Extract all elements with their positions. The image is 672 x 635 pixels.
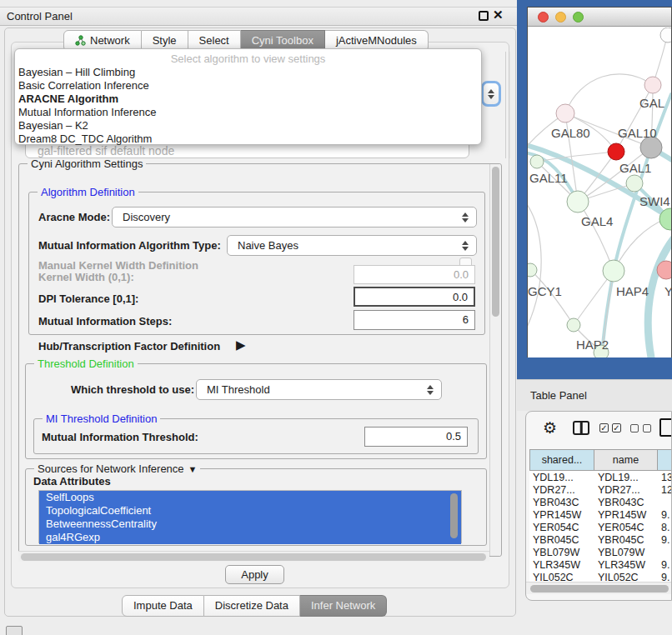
table-cell[interactable]: 12: [661, 484, 672, 496]
node-label: GAL: [639, 96, 664, 110]
close-window-icon[interactable]: [538, 12, 549, 22]
popup-item[interactable]: Bayesian – K2: [18, 119, 88, 132]
aracne-mode-combo[interactable]: Discovery: [112, 207, 477, 228]
algorithm-definition-title: Algorithm Definition: [38, 186, 138, 198]
node-selected-red[interactable]: [608, 143, 624, 160]
settings-vscrollbar[interactable]: [489, 164, 500, 556]
tab-infer-network[interactable]: Infer Network: [300, 595, 387, 617]
popup-item[interactable]: Dream8 DC_TDC Algorithm: [18, 132, 152, 145]
node[interactable]: [660, 28, 671, 42]
node-gal11[interactable]: [530, 155, 544, 168]
popup-item[interactable]: Bayesian – Hill Climbing: [18, 66, 135, 78]
attributes-scrollbar-thumb[interactable]: [450, 493, 458, 538]
combo-stepper-icon: [462, 241, 469, 251]
minimize-window-icon[interactable]: [555, 12, 566, 22]
node-gal4[interactable]: [567, 191, 589, 212]
tab-impute-data[interactable]: Impute Data: [122, 595, 204, 617]
table-cell[interactable]: YBR043C: [598, 497, 658, 508]
table-cell[interactable]: YDL19...: [533, 472, 594, 483]
which-threshold-label: Which threshold to use:: [71, 383, 194, 396]
node-hap2[interactable]: [567, 318, 580, 332]
popup-item-selected[interactable]: ARACNE Algorithm: [18, 92, 118, 105]
attribute-item[interactable]: TopologicalCoefficient: [39, 504, 461, 518]
node-pink-right[interactable]: [657, 261, 671, 279]
settings-vscrollbar-thumb[interactable]: [492, 167, 499, 317]
attribute-item[interactable]: SelfLoops: [39, 491, 461, 504]
table-cell[interactable]: YBR045C: [598, 534, 658, 546]
table-cell[interactable]: YDR27...: [533, 484, 594, 496]
table-cell[interactable]: YBL079W: [533, 547, 594, 558]
unchecked-checkbox-icon[interactable]: [643, 424, 651, 432]
table-cell[interactable]: 9.: [661, 534, 672, 546]
algorithm-combo-spinner[interactable]: [481, 81, 501, 107]
which-threshold-combo[interactable]: MI Threshold: [196, 379, 442, 400]
zoom-window-icon[interactable]: [573, 12, 584, 22]
table-cell[interactable]: YBR045C: [533, 534, 594, 546]
checked-checkbox-icon[interactable]: ✓: [599, 423, 609, 432]
mi-threshold-definition-title: MI Threshold Definition: [43, 412, 160, 425]
apply-button[interactable]: Apply: [225, 565, 284, 584]
node-gcy1[interactable]: [528, 263, 537, 277]
node-label: Y: [664, 284, 671, 298]
network-window-titlebar[interactable]: [528, 8, 671, 27]
attribute-item[interactable]: BetweennessCentrality: [39, 518, 461, 531]
attribute-item[interactable]: gal4RGexp: [39, 531, 461, 544]
table-cell[interactable]: 9.: [661, 559, 672, 571]
node-gal-top[interactable]: [644, 77, 661, 93]
data-attributes-list[interactable]: SelfLoops TopologicalCoefficient Between…: [38, 490, 462, 543]
popup-item[interactable]: Basic Correlation Inference: [18, 79, 149, 92]
table-cell[interactable]: 8.: [661, 522, 672, 533]
expand-arrow-icon[interactable]: ▶: [236, 338, 246, 352]
table-cell[interactable]: 9.: [661, 509, 672, 521]
node-gal1[interactable]: [626, 175, 643, 192]
popup-placeholder: Select algorithm to view settings: [15, 52, 481, 65]
node-label: GAL10: [618, 126, 657, 140]
tab-discretize-data[interactable]: Discretize Data: [204, 595, 300, 617]
checked-checkbox-icon[interactable]: ✓: [612, 423, 621, 432]
column-layout-icon[interactable]: [573, 421, 589, 435]
panel-title: Control Panel: [7, 10, 73, 22]
dpi-tolerance-field[interactable]: 0.0: [354, 287, 475, 307]
collapse-arrow-icon[interactable]: ▼: [188, 464, 198, 474]
table-cell[interactable]: 13: [661, 472, 672, 483]
panel-edge-line: [505, 52, 506, 158]
sources-group-title: Sources for Network Inference ▼: [34, 462, 200, 475]
table-hscrollbar-thumb[interactable]: [530, 585, 669, 592]
table-cell[interactable]: YDR27...: [598, 484, 658, 496]
table-cell[interactable]: YDL19...: [598, 472, 658, 483]
unchecked-checkbox-icon[interactable]: [630, 424, 639, 432]
gear-icon[interactable]: ⚙: [543, 418, 557, 438]
mi-algorithm-type-combo[interactable]: Naive Bayes: [227, 235, 477, 256]
kernel-width-field[interactable]: 0.0: [354, 265, 475, 284]
node-gal80[interactable]: [556, 104, 574, 122]
float-panel-icon[interactable]: [479, 11, 489, 21]
mi-algorithm-type-label: Mutual Information Algorithm Type:: [38, 239, 221, 252]
mi-threshold-field[interactable]: 0.5: [364, 427, 468, 447]
table-cell[interactable]: YER054C: [533, 522, 594, 533]
column-header-shared-name[interactable]: shared...: [529, 449, 594, 471]
combo-stepper-icon: [427, 385, 434, 395]
table-cell[interactable]: YIL052C: [533, 572, 594, 581]
settings-hscrollbar[interactable]: [18, 551, 489, 562]
node-hap4[interactable]: [603, 260, 624, 282]
table-cell[interactable]: 9.: [661, 572, 672, 581]
table-cell[interactable]: YPR145W: [533, 509, 594, 521]
table-cell[interactable]: YIL052C: [598, 572, 658, 581]
table-cell[interactable]: YER054C: [598, 522, 658, 533]
table-cell[interactable]: YLR345W: [533, 559, 594, 571]
table-panel-header: Table Panel: [517, 379, 672, 411]
table-cell[interactable]: YLR345W: [598, 559, 658, 571]
table-cell[interactable]: YBR043C: [533, 497, 594, 508]
document-icon[interactable]: [659, 418, 672, 437]
mi-steps-field[interactable]: 6: [354, 310, 475, 330]
minimized-panel-icon[interactable]: [6, 626, 23, 635]
network-canvas[interactable]: GAL GAL80 GAL10 GAL1 GAL11 SWI4 GAL4 GCY…: [528, 28, 671, 358]
column-header-partial[interactable]: [658, 449, 672, 471]
settings-hscrollbar-thumb[interactable]: [21, 553, 486, 561]
table-hscrollbar[interactable]: [526, 582, 672, 594]
table-cell[interactable]: YPR145W: [598, 509, 658, 521]
close-panel-icon[interactable]: ✕: [493, 8, 504, 22]
popup-item[interactable]: Mutual Information Inference: [18, 106, 156, 118]
column-header-name[interactable]: name: [594, 449, 658, 471]
table-cell[interactable]: YBL079W: [598, 547, 658, 558]
